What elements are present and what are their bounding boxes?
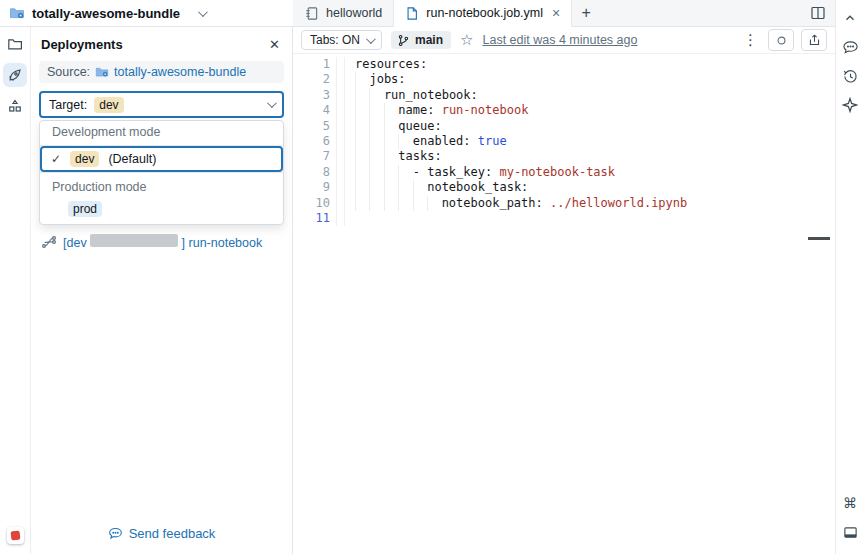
tab-run-notebook-job-yml[interactable]: run-notebook.job.yml × xyxy=(394,0,572,27)
kebab-menu-icon[interactable]: ⋮ xyxy=(740,31,761,49)
code-editor[interactable]: 1234567891011 resources:jobs:run_noteboo… xyxy=(293,54,835,226)
dropdown-group-header: Development mode xyxy=(40,121,283,146)
feedback-bubble-icon xyxy=(108,526,123,541)
editor-pane: Tabs: ON main ☆ Last edit was 4 minutes … xyxy=(293,27,835,554)
target-dropdown: Development mode ✓ dev (Default) Product… xyxy=(39,120,284,225)
tab-label: run-notebook.job.yml xyxy=(426,6,543,20)
version-history-icon[interactable] xyxy=(838,64,862,88)
send-feedback-link[interactable]: Send feedback xyxy=(31,526,292,541)
tab-helloworld[interactable]: helloworld xyxy=(293,0,394,26)
bundle-folder-icon xyxy=(9,5,25,21)
favorite-star-icon[interactable]: ☆ xyxy=(460,31,473,49)
target-value-badge: dev xyxy=(94,97,123,113)
deployed-job-row: [dev ] run-notebook xyxy=(39,234,284,250)
bottom-panel-icon[interactable] xyxy=(838,520,862,544)
dropdown-item-prod[interactable]: prod xyxy=(40,200,283,224)
tabs-toggle-button[interactable]: Tabs: ON xyxy=(301,30,382,50)
panel-title: Deployments xyxy=(41,37,123,52)
target-select[interactable]: Target: dev xyxy=(39,91,284,118)
chevron-down-icon[interactable] xyxy=(198,7,208,17)
bundle-folder-icon xyxy=(95,65,109,79)
collapse-panel-button[interactable] xyxy=(838,6,862,30)
editor-toolbar: Tabs: ON main ☆ Last edit was 4 minutes … xyxy=(293,27,835,54)
app-window: totally-awesome-bundle helloworld run-no… xyxy=(0,0,864,554)
split-view-button[interactable] xyxy=(810,0,835,26)
notification-pin[interactable] xyxy=(7,527,24,544)
chevron-down-icon xyxy=(267,98,277,108)
tab-close-icon[interactable]: × xyxy=(552,5,560,21)
branch-icon xyxy=(397,34,410,47)
job-link[interactable]: [dev ] run-notebook xyxy=(63,234,262,250)
fold-gutter xyxy=(336,57,345,226)
sidebar-item-deployments[interactable] xyxy=(3,63,27,87)
notebook-icon xyxy=(304,6,319,21)
source-bundle-link[interactable]: totally-awesome-bundle xyxy=(114,65,246,79)
left-sidebar xyxy=(0,27,31,554)
bundle-header[interactable]: totally-awesome-bundle xyxy=(0,0,293,27)
panel-header: Deployments ✕ xyxy=(39,27,284,59)
dev-badge: dev xyxy=(70,151,99,167)
code-lines: resources:jobs:run_notebook:name: run-no… xyxy=(345,57,687,226)
keyboard-shortcuts-icon[interactable]: ⌘ xyxy=(838,491,862,515)
default-suffix: (Default) xyxy=(108,152,156,166)
last-edit-link[interactable]: Last edit was 4 minutes ago xyxy=(482,33,637,47)
tab-label: helloworld xyxy=(326,6,382,20)
comments-icon[interactable] xyxy=(838,35,862,59)
close-icon[interactable]: ✕ xyxy=(267,37,282,52)
feedback-label: Send feedback xyxy=(129,526,216,541)
sidebar-item-resources[interactable] xyxy=(3,94,27,118)
deployments-panel: Deployments ✕ Source: totally-awesome-bu… xyxy=(31,27,293,554)
assistant-icon[interactable] xyxy=(838,93,862,117)
check-icon: ✓ xyxy=(51,152,61,166)
git-branch-button[interactable]: main xyxy=(391,31,451,49)
dropdown-item-dev[interactable]: ✓ dev (Default) xyxy=(40,146,283,172)
target-label: Target: xyxy=(49,98,87,112)
bundle-name: totally-awesome-bundle xyxy=(32,6,180,21)
line-numbers: 1234567891011 xyxy=(293,57,330,226)
share-button[interactable] xyxy=(801,29,827,51)
new-tab-button[interactable]: + xyxy=(572,0,600,26)
chevron-down-icon xyxy=(366,34,376,44)
dropdown-group-header: Production mode xyxy=(40,172,283,200)
file-icon xyxy=(405,6,419,21)
overview-ruler-cursor xyxy=(808,237,830,240)
workflow-icon xyxy=(41,234,57,250)
editor-tabbar: helloworld run-notebook.job.yml × + xyxy=(293,0,835,27)
sidebar-item-workspace[interactable] xyxy=(3,32,27,56)
source-row: Source: totally-awesome-bundle xyxy=(39,61,284,83)
prod-badge: prod xyxy=(68,201,102,217)
redacted-username xyxy=(90,234,178,247)
schedule-button[interactable] xyxy=(768,29,794,51)
right-sidebar: ⌘ xyxy=(835,0,864,554)
source-label: Source: xyxy=(47,65,90,79)
red-dot-icon xyxy=(10,530,20,540)
